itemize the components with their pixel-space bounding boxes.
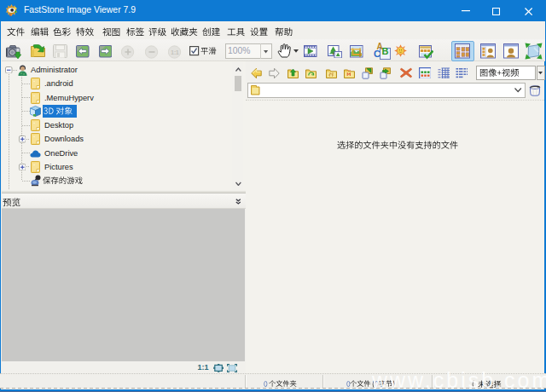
svg-text:1:1: 1:1 xyxy=(171,49,179,55)
